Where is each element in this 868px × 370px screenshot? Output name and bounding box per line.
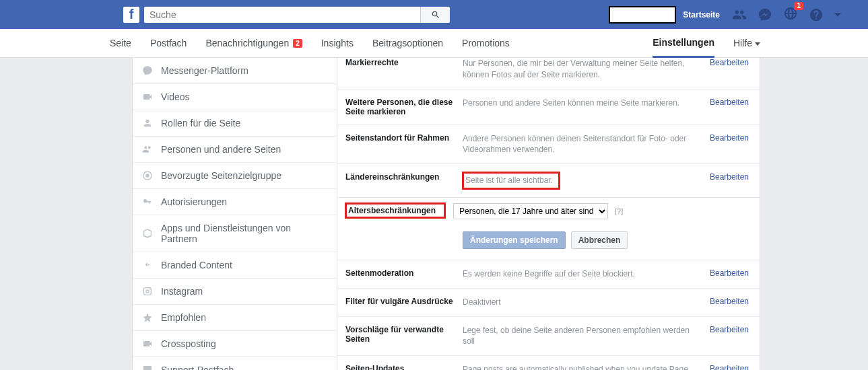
notifications-button[interactable]: 1 <box>783 6 798 23</box>
nav-promotions[interactable]: Promotions <box>462 29 510 58</box>
sidebar-item-partner-apps[interactable]: Apps und Dienstleistungen von Partnern <box>133 215 337 252</box>
row-label-updates: Seiten-Updates <box>345 364 455 370</box>
sidebar-item-label: Rollen für die Seite <box>161 118 240 128</box>
sidebar-item-label: Autorisierungen <box>161 196 227 207</box>
age-help-link[interactable]: [?] <box>615 207 623 215</box>
row-desc-frame-loc: Andere Personen können deinen Seitenstan… <box>463 133 702 156</box>
nav-insights[interactable]: Insights <box>321 29 354 58</box>
video-icon <box>142 91 153 102</box>
sidebar-item-crossposting[interactable]: Crossposting <box>133 331 337 357</box>
search-input[interactable] <box>144 7 420 23</box>
sidebar-item-featured[interactable]: Empfohlen <box>133 305 337 331</box>
row-label-moderation: Seitenmoderation <box>345 268 455 280</box>
help-icon[interactable] <box>809 7 824 22</box>
search-icon <box>431 10 440 20</box>
row-label-others-tag: Weitere Personen, die diese Seite markie… <box>345 98 455 116</box>
sidebar-item-label: Videos <box>161 91 190 102</box>
row-label-similar: Vorschläge für verwandte Seiten <box>345 325 455 348</box>
instagram-icon <box>142 286 153 297</box>
save-button[interactable]: Änderungen speichern <box>463 231 566 249</box>
sidebar-item-authorizations[interactable]: Autorisierungen <box>133 189 337 215</box>
box-icon <box>142 228 153 239</box>
notification-badge: 1 <box>794 2 803 10</box>
row-label-country: Ländereinschränkungen <box>345 172 455 189</box>
edit-link-profanity[interactable]: Bearbeiten <box>710 297 749 308</box>
video-icon <box>142 338 153 349</box>
row-desc-similar: Lege fest, ob deine Seite anderen Person… <box>463 325 702 348</box>
row-desc-updates: Page posts are automatically published w… <box>463 364 702 370</box>
search-button[interactable] <box>420 7 450 23</box>
nav-page[interactable]: Seite <box>110 29 131 58</box>
star-icon <box>142 312 153 323</box>
target-icon <box>142 170 153 181</box>
row-label-tagrights: Markierrechte <box>345 58 455 81</box>
profile-chip[interactable] <box>609 6 676 24</box>
sidebar-item-label: Support-Postfach <box>161 365 234 370</box>
edit-link-similar[interactable]: Bearbeiten <box>710 325 749 348</box>
nav-inbox[interactable]: Postfach <box>150 29 187 58</box>
row-desc-moderation: Es werden keine Begriffe auf der Seite b… <box>463 268 702 280</box>
edit-link-moderation[interactable]: Bearbeiten <box>710 268 749 280</box>
row-desc-profanity: Deaktiviert <box>463 297 702 308</box>
sidebar-item-label: Bevorzugte Seitenzielgruppe <box>161 170 281 181</box>
sidebar-item-label: Personen und andere Seiten <box>161 144 281 155</box>
svg-point-4 <box>149 289 150 289</box>
edit-link-tagrights[interactable]: Bearbeiten <box>710 58 749 81</box>
sidebar-item-page-roles[interactable]: Rollen für die Seite <box>133 110 337 137</box>
messenger-icon[interactable] <box>758 7 772 22</box>
home-link[interactable]: Startseite <box>683 10 720 20</box>
row-desc-tagrights: Nur Personen, die mir bei der Verwaltung… <box>463 58 702 81</box>
edit-link-frame-loc[interactable]: Bearbeiten <box>710 133 749 156</box>
settings-sidebar: Messenger-Plattform Videos Rollen für di… <box>132 58 337 370</box>
svg-point-1 <box>145 174 149 177</box>
row-label-age: Altersbeschränkungen <box>345 203 445 218</box>
sidebar-item-videos[interactable]: Videos <box>133 84 337 110</box>
handshake-icon <box>142 260 153 270</box>
settings-panel: Markierrechte Nur Personen, die mir bei … <box>337 58 760 370</box>
nav-notif-badge: 2 <box>293 39 302 48</box>
nav-publishing-tools[interactable]: Beitragsoptionen <box>372 29 443 58</box>
messenger-icon <box>142 65 153 76</box>
people-icon <box>142 144 153 155</box>
sidebar-item-label: Apps und Dienstleistungen von Partnern <box>161 223 327 244</box>
friend-requests-icon[interactable] <box>732 7 747 22</box>
sidebar-item-people[interactable]: Personen und andere Seiten <box>133 137 337 163</box>
sidebar-item-label: Branded Content <box>161 260 232 270</box>
sidebar-item-label: Crossposting <box>161 338 216 349</box>
inbox-icon <box>142 365 153 370</box>
sidebar-item-audience[interactable]: Bevorzugte Seitenzielgruppe <box>133 163 337 189</box>
sidebar-item-branded-content[interactable]: Branded Content <box>133 252 337 279</box>
sidebar-item-support-inbox[interactable]: Support-Postfach <box>133 357 337 370</box>
svg-point-3 <box>146 290 149 293</box>
nav-help[interactable]: Hilfe <box>733 38 760 48</box>
row-label-frame-loc: Seitenstandort für Rahmen <box>345 133 455 156</box>
edit-link-updates[interactable]: Bearbeiten <box>710 364 749 370</box>
sidebar-item-instagram[interactable]: Instagram <box>133 279 337 305</box>
cancel-button[interactable]: Abbrechen <box>571 231 628 249</box>
person-icon <box>142 118 153 128</box>
age-restriction-select[interactable]: Personen, die 17 Jahre und älter sind <box>453 203 608 219</box>
sidebar-item-label: Messenger-Plattform <box>161 65 248 76</box>
nav-notifications[interactable]: Benachrichtigungen2 <box>205 29 302 58</box>
sidebar-item-label: Empfohlen <box>161 312 206 323</box>
edit-link-others-tag[interactable]: Bearbeiten <box>710 98 749 116</box>
edit-link-country[interactable]: Bearbeiten <box>710 172 749 189</box>
row-desc-country: Seite ist für alle sichtbar. <box>463 172 560 189</box>
facebook-logo[interactable]: f <box>123 7 139 23</box>
row-desc-others-tag: Personen und andere Seiten können meine … <box>463 98 702 116</box>
key-icon <box>142 196 153 207</box>
nav-settings[interactable]: Einstellungen <box>653 29 714 58</box>
sidebar-item-messenger[interactable]: Messenger-Plattform <box>133 58 337 84</box>
sidebar-item-label: Instagram <box>161 286 203 297</box>
account-menu-caret[interactable] <box>834 13 841 17</box>
row-label-profanity: Filter für vulgäre Ausdrücke <box>345 297 455 308</box>
